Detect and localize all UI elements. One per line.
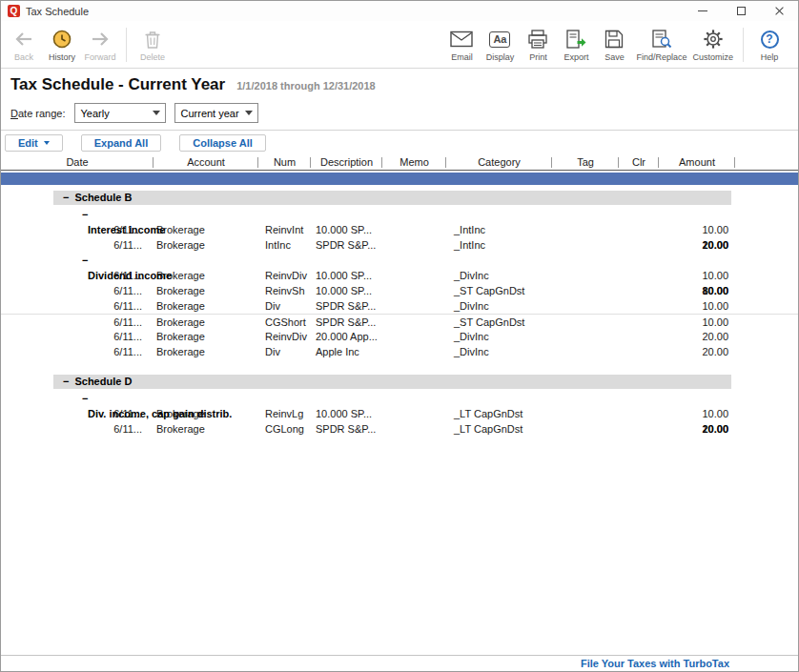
export-icon [565, 28, 587, 51]
forward-label: Forward [84, 52, 115, 62]
date-range-label: Date range: [10, 108, 66, 119]
title-bar: Q Tax Schedule [1, 1, 798, 21]
print-label: Print [529, 52, 547, 62]
forward-arrow-icon [90, 28, 111, 51]
year-dropdown-value: Current year [181, 108, 239, 119]
cell-description: SPDR S&P... [311, 421, 382, 437]
collapse-group-toggle[interactable]: − [82, 391, 798, 406]
maximize-button[interactable] [722, 1, 760, 21]
history-clock-icon [51, 28, 72, 51]
footer-bar: File Your Taxes with TurboTax [1, 655, 798, 671]
table-header: Date Account Num Description Memo Catego… [1, 154, 798, 171]
cell-tag [552, 329, 619, 344]
cell-num: CGLong [258, 421, 311, 437]
column-header-clr: Clr [619, 154, 659, 171]
transaction-row[interactable]: 6/11...BrokerageCGShortSPDR S&P..._ST Ca… [1, 314, 798, 329]
delete-button[interactable]: Delete [133, 26, 172, 64]
chevron-down-icon [245, 111, 253, 115]
edit-label: Edit [18, 137, 38, 149]
report-header: Tax Schedule - Current Year 1/1/2018 thr… [1, 69, 798, 97]
cell-date: 6/11... [1, 315, 154, 329]
cell-tag [552, 283, 619, 298]
cell-tag [552, 344, 619, 359]
cell-description: SPDR S&P... [311, 315, 382, 329]
cell-tag [552, 237, 619, 253]
trash-icon [144, 28, 161, 51]
minimize-button[interactable] [684, 1, 722, 21]
find-replace-button[interactable]: Find/Replace [633, 26, 689, 64]
cell-filler [735, 298, 798, 314]
cell-filler [735, 315, 798, 329]
group-header-row: −Div. income, cap gain distrib.20.00 [1, 391, 798, 406]
group-header-row: −Interest income20.00 [1, 207, 798, 222]
cell-tag [552, 298, 619, 314]
collapse-group-toggle[interactable]: − [82, 207, 798, 222]
transaction-row[interactable]: 6/11...BrokerageReinvDiv20.000 App..._Di… [1, 329, 798, 344]
selected-row-highlight [1, 173, 798, 185]
group-total: 20.00 [659, 421, 728, 437]
cell-category: _DivInc [446, 298, 552, 314]
transaction-row[interactable]: 6/11...BrokerageDivSPDR S&P..._DivInc10.… [1, 298, 798, 314]
cell-account: Brokerage [154, 344, 258, 359]
turbotax-link[interactable]: File Your Taxes with TurboTax [581, 658, 729, 669]
column-header-category: Category [446, 154, 552, 171]
cell-memo [382, 283, 446, 298]
back-button[interactable]: Back [5, 26, 43, 64]
customize-button[interactable]: Customize [689, 26, 736, 64]
cell-date: 6/11... [1, 344, 154, 359]
email-button[interactable]: Email [442, 26, 481, 64]
group-total: 80.00 [659, 283, 728, 298]
cell-num: IntInc [258, 237, 311, 253]
cell-memo [382, 421, 446, 437]
customize-label: Customize [692, 52, 733, 62]
history-button[interactable]: History [43, 26, 81, 64]
cell-filler [735, 329, 798, 344]
cell-category: _LT CapGnDst [446, 421, 552, 437]
column-header-tag: Tag [552, 154, 619, 171]
help-question-icon: ? [761, 28, 779, 51]
collapse-section-toggle[interactable]: − [63, 375, 69, 389]
cell-account: Brokerage [154, 315, 258, 329]
section-name: Schedule B [74, 191, 132, 205]
expand-all-button[interactable]: Expand All [81, 134, 161, 152]
collapse-all-button[interactable]: Collapse All [179, 134, 266, 152]
cell-account: Brokerage [154, 237, 258, 253]
delete-label: Delete [140, 52, 165, 62]
cell-clr [619, 315, 659, 329]
cell-clr [619, 344, 659, 359]
display-button[interactable]: Aa Display [481, 26, 519, 64]
cell-description: Apple Inc [311, 344, 382, 359]
period-dropdown[interactable]: Yearly [74, 103, 166, 123]
cell-memo [382, 298, 446, 314]
cell-tag [552, 421, 619, 437]
save-icon [604, 28, 624, 51]
cell-date: 6/11... [1, 283, 154, 298]
history-label: History [49, 52, 75, 62]
cell-amount: 10.00 [659, 298, 735, 314]
save-button[interactable]: Save [595, 26, 633, 64]
transaction-row[interactable]: 6/11...BrokerageDivApple Inc_DivInc20.00 [1, 344, 798, 359]
column-header-account: Account [154, 154, 258, 171]
close-button[interactable] [760, 1, 798, 21]
cell-filler [735, 237, 798, 253]
cell-num: Div [258, 344, 311, 359]
report-section: −Schedule B−Interest income20.006/11...B… [1, 191, 798, 359]
year-dropdown[interactable]: Current year [174, 103, 258, 123]
save-label: Save [604, 52, 625, 62]
print-button[interactable]: Print [519, 26, 557, 64]
cell-filler [735, 283, 798, 298]
column-header-memo: Memo [382, 154, 446, 171]
printer-icon [527, 28, 548, 51]
cell-amount: 20.00 [659, 329, 735, 344]
export-button[interactable]: Export [557, 26, 595, 64]
collapse-section-toggle[interactable]: − [63, 191, 69, 205]
cell-tag [552, 315, 619, 329]
cell-account: Brokerage [154, 329, 258, 344]
quicken-app-icon: Q [8, 5, 20, 17]
maximize-icon [737, 7, 746, 15]
forward-button[interactable]: Forward [81, 26, 119, 64]
help-button[interactable]: ? Help [750, 26, 789, 64]
section-header-row: −Schedule B [53, 191, 731, 205]
collapse-group-toggle[interactable]: − [82, 253, 798, 268]
edit-menu-button[interactable]: Edit [5, 134, 63, 152]
